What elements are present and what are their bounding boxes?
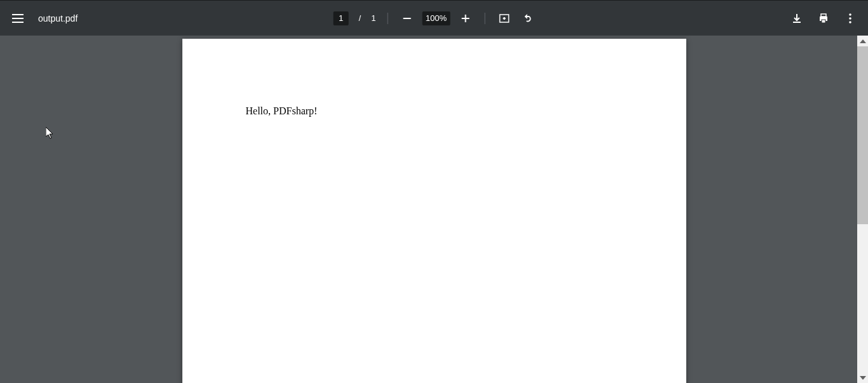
menu-button[interactable]	[10, 11, 25, 26]
toolbar-left: output.pdf	[10, 11, 78, 26]
chevron-up-icon	[860, 39, 866, 43]
pdf-page: Hello, PDFsharp!	[182, 39, 686, 383]
chevron-down-icon	[860, 376, 866, 380]
scrollbar-thumb[interactable]	[857, 46, 868, 224]
rotate-icon	[520, 12, 533, 25]
zoom-level-input[interactable]	[422, 11, 450, 25]
print-icon	[818, 13, 829, 24]
toolbar: output.pdf / 1	[0, 0, 868, 36]
svg-rect-2	[12, 22, 24, 23]
more-options-button[interactable]	[843, 11, 858, 26]
page-total: 1	[371, 13, 376, 23]
filename-label: output.pdf	[38, 13, 78, 24]
zoom-out-button[interactable]	[399, 11, 414, 26]
svg-point-12	[849, 13, 851, 16]
print-button[interactable]	[816, 11, 831, 26]
pdf-content-text: Hello, PDFsharp!	[246, 105, 318, 117]
fit-page-icon	[498, 12, 510, 25]
plus-icon	[460, 13, 470, 24]
divider	[484, 13, 485, 24]
divider	[387, 13, 388, 24]
svg-rect-5	[465, 15, 466, 22]
download-button[interactable]	[789, 11, 804, 26]
vertical-scrollbar[interactable]	[857, 36, 868, 383]
svg-rect-0	[12, 14, 24, 15]
page-number-input[interactable]	[334, 11, 349, 25]
viewer-area[interactable]: Hello, PDFsharp!	[0, 36, 868, 383]
svg-point-14	[849, 21, 851, 24]
hamburger-icon	[12, 13, 24, 24]
scrollbar-down-arrow[interactable]	[857, 372, 868, 383]
rotate-button[interactable]	[519, 11, 534, 26]
minus-icon	[402, 13, 412, 24]
svg-rect-10	[821, 14, 826, 17]
svg-rect-1	[12, 18, 24, 19]
svg-point-13	[849, 17, 851, 20]
more-vert-icon	[844, 13, 856, 24]
toolbar-center: / 1	[334, 11, 535, 26]
zoom-in-button[interactable]	[458, 11, 473, 26]
download-icon	[791, 13, 803, 24]
page-separator: /	[359, 13, 362, 23]
svg-rect-3	[403, 18, 410, 19]
fit-page-button[interactable]	[496, 11, 512, 26]
scrollbar-up-arrow[interactable]	[857, 36, 868, 46]
svg-rect-9	[793, 22, 801, 23]
toolbar-right	[789, 11, 858, 26]
